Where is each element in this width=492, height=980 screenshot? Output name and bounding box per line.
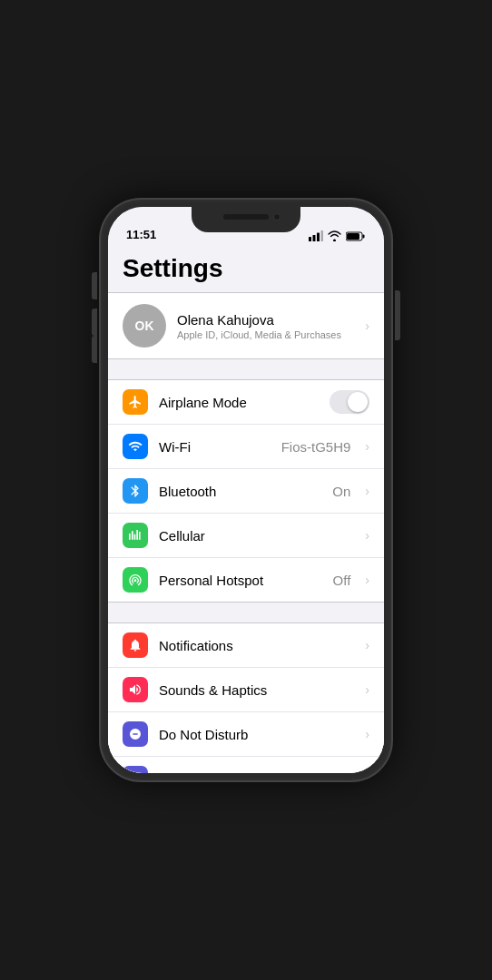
airplane-mode-toggle[interactable] — [330, 390, 369, 414]
settings-row-sounds[interactable]: Sounds & Haptics › — [108, 668, 384, 712]
sounds-chevron: › — [365, 682, 369, 697]
svg-rect-2 — [317, 233, 320, 242]
phone-screen: 11:51 — [108, 207, 384, 773]
hotspot-chevron: › — [365, 573, 369, 587]
wifi-settings-icon — [123, 434, 148, 459]
profile-chevron: › — [365, 318, 369, 333]
settings-row-airplane-mode[interactable]: Airplane Mode — [108, 380, 384, 425]
notch — [192, 207, 300, 232]
settings-row-donotdisturb[interactable]: Do Not Disturb › — [108, 712, 384, 757]
bluetooth-icon — [123, 478, 148, 504]
page-title: Settings — [108, 247, 384, 292]
sounds-label: Sounds & Haptics — [159, 682, 354, 698]
scroll-area[interactable]: Settings OK Olena Kahujova Apple ID, iCl… — [108, 247, 384, 773]
cellular-chevron: › — [365, 528, 369, 543]
hotspot-icon — [123, 567, 148, 593]
status-time: 11:51 — [126, 228, 156, 241]
profile-info: Olena Kahujova Apple ID, iCloud, Media &… — [177, 312, 354, 340]
avatar: OK — [123, 304, 166, 348]
profile-subtitle: Apple ID, iCloud, Media & Purchases — [177, 329, 354, 340]
donotdisturb-icon — [123, 721, 148, 747]
svg-rect-6 — [347, 233, 359, 240]
settings-row-wifi[interactable]: Wi-Fi Fios-tG5H9 › — [108, 425, 384, 469]
notifications-label: Notifications — [159, 638, 354, 653]
airplane-mode-label: Airplane Mode — [159, 395, 319, 410]
profile-row[interactable]: OK Olena Kahujova Apple ID, iCloud, Medi… — [108, 292, 384, 359]
wifi-icon — [328, 230, 341, 241]
wifi-chevron: › — [365, 439, 369, 454]
notifications-chevron: › — [365, 638, 369, 652]
svg-rect-0 — [309, 237, 311, 241]
airplane-mode-icon — [123, 389, 148, 415]
camera — [273, 213, 280, 220]
bluetooth-value: On — [332, 484, 350, 499]
svg-rect-3 — [321, 230, 324, 241]
bluetooth-chevron: › — [365, 484, 369, 498]
bluetooth-label: Bluetooth — [159, 484, 321, 499]
donotdisturb-chevron: › — [365, 727, 369, 741]
screentime-icon — [123, 766, 148, 773]
battery-icon — [346, 231, 366, 241]
settings-row-cellular[interactable]: Cellular › — [108, 514, 384, 558]
phone-frame: 11:51 — [101, 200, 391, 780]
signal-icon — [309, 230, 323, 241]
speaker — [223, 214, 269, 220]
settings-row-screentime[interactable]: Screen Time › — [108, 757, 384, 773]
status-bar: 11:51 — [108, 207, 384, 247]
status-icons — [309, 230, 366, 241]
donotdisturb-label: Do Not Disturb — [159, 727, 354, 742]
wifi-value: Fios-tG5H9 — [281, 439, 351, 455]
settings-group-notifications: Notifications › Sounds & Haptics › — [108, 622, 384, 773]
hotspot-label: Personal Hotspot — [159, 573, 322, 588]
toggle-knob — [348, 392, 368, 412]
settings-group-connectivity: Airplane Mode Wi-Fi Fios-tG5H9 › — [108, 379, 384, 603]
screentime-chevron: › — [365, 771, 369, 773]
sounds-icon — [123, 677, 148, 702]
settings-row-bluetooth[interactable]: Bluetooth On › — [108, 469, 384, 514]
cellular-icon — [123, 523, 148, 548]
settings-row-hotspot[interactable]: Personal Hotspot Off › — [108, 558, 384, 602]
settings-row-notifications[interactable]: Notifications › — [108, 623, 384, 668]
svg-rect-5 — [363, 234, 365, 238]
screentime-label: Screen Time — [159, 771, 354, 774]
hotspot-value: Off — [333, 573, 351, 588]
wifi-label: Wi-Fi — [159, 439, 271, 455]
svg-rect-1 — [313, 235, 316, 241]
profile-name: Olena Kahujova — [177, 312, 354, 328]
cellular-label: Cellular — [159, 528, 354, 544]
notifications-icon — [123, 632, 148, 658]
